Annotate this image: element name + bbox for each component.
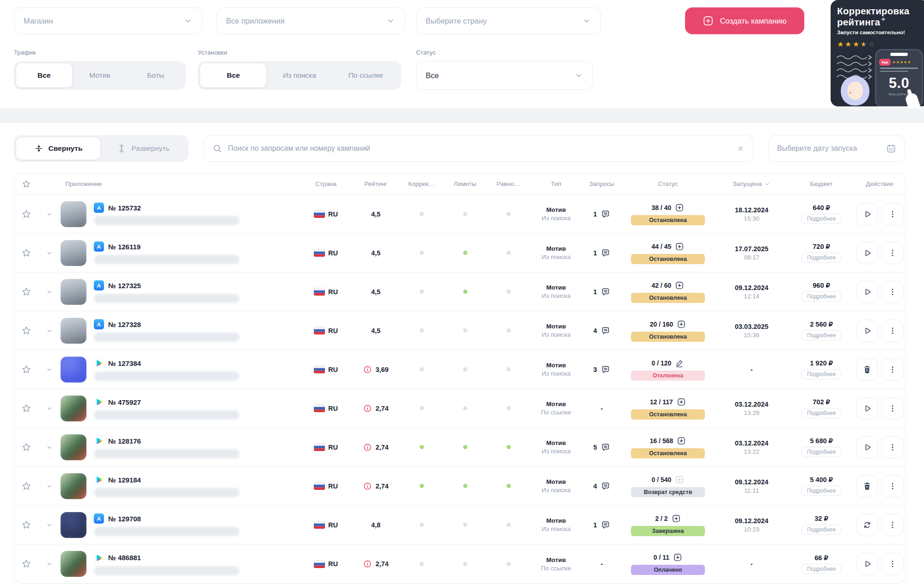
installs-tab[interactable]: По ссылке (333, 63, 399, 87)
star-icon (21, 286, 32, 297)
app-info: № 486881 (94, 553, 239, 575)
expand-row-button[interactable] (46, 366, 53, 373)
row-menu-button[interactable] (881, 553, 904, 575)
star-icon (21, 179, 31, 189)
favorite-toggle[interactable] (21, 442, 32, 453)
rating-value: 4,5 (371, 210, 380, 218)
expand-row-button[interactable] (46, 521, 53, 529)
favorite-toggle[interactable] (21, 286, 32, 297)
requests-cell: 1 (582, 287, 622, 297)
play-button[interactable] (856, 436, 878, 458)
collapse-rows-button[interactable]: Свернуть (16, 137, 100, 160)
promo-banner[interactable]: Корректировка рейтинга✦ Запусти самостоя… (831, 0, 924, 106)
launch-date-picker[interactable]: Выберите дату запуска (768, 135, 905, 162)
app-info: № 129708 (94, 513, 239, 536)
country-code: RU (328, 560, 338, 568)
play-button[interactable] (856, 320, 878, 342)
edit-limit-button[interactable] (675, 358, 684, 368)
budget-details-button[interactable]: Подробнее (802, 330, 841, 340)
rating-alert-icon (363, 404, 372, 413)
store-select[interactable]: Магазин (14, 7, 202, 34)
row-menu-button[interactable] (881, 475, 904, 497)
play-button[interactable] (856, 242, 878, 264)
favorite-toggle[interactable] (21, 481, 32, 492)
trash-button[interactable] (856, 475, 878, 497)
ru-flag-icon (314, 327, 325, 334)
rating-value: 4,5 (371, 249, 380, 257)
plus-square-icon (675, 242, 684, 251)
refresh-button[interactable] (856, 514, 878, 536)
expand-row-button[interactable] (46, 405, 53, 412)
traffic-tab[interactable]: Все (16, 63, 72, 87)
expand-row-button[interactable] (46, 327, 53, 334)
increase-limit-button[interactable] (677, 397, 686, 407)
column-header[interactable]: Запущена (714, 180, 789, 187)
indicator-dot (507, 212, 511, 216)
kebab-icon (888, 443, 897, 452)
favorite-toggle[interactable] (21, 558, 32, 569)
budget-details-button[interactable]: Подробнее (802, 253, 841, 263)
row-menu-button[interactable] (881, 358, 904, 381)
installs-tab[interactable]: Из поиска (266, 63, 332, 87)
search-input[interactable] (228, 144, 731, 153)
favorite-toggle[interactable] (21, 364, 32, 375)
traffic-tab[interactable]: Боты (128, 63, 184, 87)
increase-limit-button[interactable] (677, 436, 686, 445)
favorite-toggle[interactable] (21, 325, 32, 336)
increase-limit-button[interactable] (677, 320, 686, 329)
traffic-tab[interactable]: Мотив (72, 63, 128, 87)
increase-limit-button[interactable] (675, 203, 684, 212)
favorite-toggle[interactable] (21, 403, 32, 414)
launch-date-cell: 03.12.202413:22 (714, 439, 789, 455)
type-cell: МотивИз поиска (530, 245, 582, 260)
expand-row-button[interactable] (46, 249, 53, 257)
increase-limit-button[interactable] (672, 514, 681, 523)
play-button[interactable] (856, 397, 878, 420)
date-placeholder: Выберите дату запуска (777, 144, 857, 153)
increase-limit-button[interactable] (675, 281, 684, 290)
play-button[interactable] (856, 553, 878, 575)
table-row: № 126119 RU 4,5 МотивИз поиска 1 44 / 45… (14, 234, 906, 272)
play-button[interactable] (856, 203, 878, 225)
play-button[interactable] (856, 281, 878, 303)
budget-cell: 2 560 ₽ Подробнее (789, 321, 854, 340)
apps-select[interactable]: Все приложения (216, 7, 405, 34)
favorites-header[interactable] (14, 179, 38, 189)
row-menu-button[interactable] (881, 514, 904, 536)
budget-details-button[interactable]: Подробнее (802, 447, 841, 457)
favorite-toggle[interactable] (21, 209, 32, 220)
table-row: № 129708 RU 4,8 МотивИз поиска 1 2 / 2 З… (14, 506, 906, 544)
budget-details-button[interactable]: Подробнее (802, 291, 841, 302)
row-menu-button[interactable] (881, 203, 904, 225)
budget-details-button[interactable]: Подробнее (802, 408, 841, 418)
expand-row-button[interactable] (46, 288, 53, 296)
budget-details-button[interactable]: Подробнее (802, 214, 841, 224)
trash-button[interactable] (856, 358, 878, 381)
create-campaign-button[interactable]: Создать кампанию (685, 7, 804, 34)
clear-search-button[interactable] (736, 144, 745, 153)
row-menu-button[interactable] (881, 397, 904, 420)
expand-row-button[interactable] (46, 560, 53, 568)
increase-limit-button[interactable] (675, 475, 684, 484)
budget-details-button[interactable]: Подробнее (802, 486, 841, 496)
launch-date: 09.12.2024 (735, 517, 769, 525)
status-select[interactable]: Все (416, 61, 593, 90)
favorite-toggle[interactable] (21, 247, 32, 259)
row-menu-button[interactable] (881, 320, 904, 342)
expand-row-button[interactable] (46, 444, 53, 451)
expand-row-button[interactable] (46, 482, 53, 490)
budget-details-button[interactable]: Подробнее (802, 369, 841, 379)
budget-details-button[interactable]: Подробнее (802, 525, 841, 535)
expand-rows-button[interactable]: Развернуть (100, 137, 186, 160)
budget-details-button[interactable]: Подробнее (802, 564, 841, 574)
country-select[interactable]: Выберите страну (416, 7, 601, 34)
progress-count: 0 / 120 (652, 358, 685, 368)
row-menu-button[interactable] (881, 281, 904, 303)
installs-tab[interactable]: Все (200, 63, 266, 87)
row-menu-button[interactable] (881, 242, 904, 264)
expand-row-button[interactable] (46, 210, 53, 218)
increase-limit-button[interactable] (675, 242, 684, 251)
row-menu-button[interactable] (881, 436, 904, 458)
increase-limit-button[interactable] (673, 553, 682, 562)
favorite-toggle[interactable] (21, 519, 32, 531)
